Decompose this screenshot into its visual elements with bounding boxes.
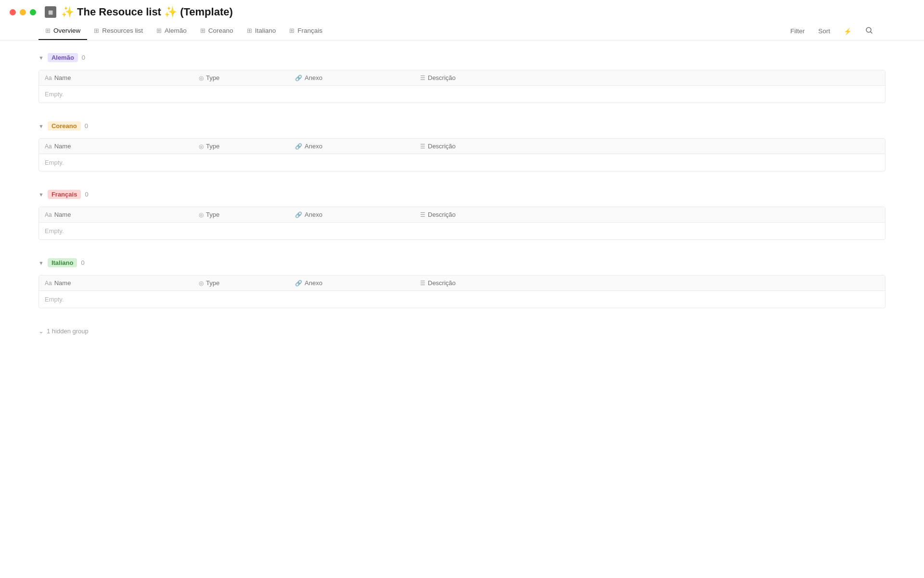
group-italiano-empty: Empty. [39, 291, 885, 308]
type-icon: ◎ [199, 75, 204, 81]
chevron-down-icon: ⌄ [38, 328, 44, 335]
minimize-button[interactable] [20, 9, 26, 15]
type-icon-3: ◎ [199, 211, 204, 218]
close-button[interactable] [10, 9, 16, 15]
group-coreano-badge[interactable]: Coreano [48, 121, 81, 131]
group-alemao-table: Aa Name ◎ Type 🔗 Anexo ☰ Descrição Empty… [38, 70, 886, 103]
group-frances: ▼ Français 0 Aa Name ◎ Type 🔗 Anexo ☰ [38, 187, 886, 240]
col-anexo-label-3: Anexo [305, 211, 322, 218]
page-title: ✨ The Resouce list ✨ (Template) [61, 6, 233, 18]
group-italiano-badge[interactable]: Italiano [48, 258, 77, 267]
group-italiano-header-row: Aa Name ◎ Type 🔗 Anexo ☰ Descrição [39, 276, 885, 291]
col-name-label-2: Name [54, 143, 71, 150]
tab-alemao[interactable]: ⊞ Alemão [150, 22, 193, 40]
group-coreano-toggle[interactable]: ▼ [38, 123, 44, 129]
tab-frances[interactable]: ⊞ Français [282, 22, 329, 40]
table-icon-6: ⊞ [289, 27, 295, 34]
group-coreano: ▼ Coreano 0 Aa Name ◎ Type 🔗 Anexo ☰ [38, 118, 886, 171]
col-name-label: Name [54, 74, 71, 81]
col-anexo-label: Anexo [305, 74, 322, 81]
traffic-lights [10, 9, 36, 15]
group-frances-toggle[interactable]: ▼ [38, 192, 44, 197]
table-icon: ⊞ [45, 27, 51, 34]
group-alemao-badge[interactable]: Alemão [48, 53, 78, 62]
table-icon-4: ⊞ [200, 27, 205, 34]
col-descricao-label-4: Descrição [428, 279, 456, 287]
col-anexo-alemao: 🔗 Anexo [295, 74, 420, 81]
group-coreano-count: 0 [85, 122, 88, 130]
col-anexo-label-4: Anexo [305, 279, 322, 287]
tab-coreano-label: Coreano [208, 27, 233, 34]
tab-overview[interactable]: ⊞ Overview [38, 22, 87, 40]
table-icon-2: ⊞ [94, 27, 99, 34]
toolbar-right: Filter Sort ⚡ [787, 25, 886, 38]
col-descricao-alemao: ☰ Descrição [420, 74, 879, 81]
col-anexo-label-2: Anexo [305, 143, 322, 150]
group-alemao-count: 0 [82, 54, 85, 61]
col-type-frances: ◎ Type [199, 211, 295, 218]
group-alemao-header: ▼ Alemão 0 [38, 50, 886, 65]
tab-overview-label: Overview [53, 27, 80, 34]
aa-icon: Aa [45, 75, 52, 81]
search-button[interactable] [862, 25, 876, 38]
group-italiano: ▼ Italiano 0 Aa Name ◎ Type 🔗 Anexo ☰ [38, 255, 886, 308]
anexo-icon-2: 🔗 [295, 143, 302, 150]
col-name-label-3: Name [54, 211, 71, 218]
page-icon: ▦ [45, 6, 56, 18]
col-descricao-coreano: ☰ Descrição [420, 143, 879, 150]
tab-frances-label: Français [297, 27, 322, 34]
col-name-italiano: Aa Name [45, 279, 199, 287]
group-italiano-table: Aa Name ◎ Type 🔗 Anexo ☰ Descrição Empty… [38, 275, 886, 308]
group-italiano-header: ▼ Italiano 0 [38, 255, 886, 270]
tab-resources-list[interactable]: ⊞ Resources list [87, 22, 150, 40]
titlebar: ▦ ✨ The Resouce list ✨ (Template) [0, 0, 924, 22]
group-frances-badge[interactable]: Français [48, 190, 81, 199]
group-italiano-toggle[interactable]: ▼ [38, 260, 44, 266]
group-coreano-empty: Empty. [39, 154, 885, 171]
main-content: ▼ Alemão 0 Aa Name ◎ Type 🔗 Anexo ☰ [0, 40, 924, 348]
hidden-group[interactable]: ⌄ 1 hidden group [38, 324, 886, 339]
tab-coreano[interactable]: ⊞ Coreano [193, 22, 240, 40]
bolt-icon[interactable]: ⚡ [841, 26, 855, 37]
col-name-label-4: Name [54, 279, 71, 287]
group-coreano-table: Aa Name ◎ Type 🔗 Anexo ☰ Descrição Empty… [38, 138, 886, 171]
group-alemao-toggle[interactable]: ▼ [38, 55, 44, 61]
col-descricao-label: Descrição [428, 74, 456, 81]
col-anexo-frances: 🔗 Anexo [295, 211, 420, 218]
col-descricao-italiano: ☰ Descrição [420, 279, 879, 287]
tab-italiano-label: Italiano [255, 27, 276, 34]
col-type-alemao: ◎ Type [199, 74, 295, 81]
col-type-italiano: ◎ Type [199, 279, 295, 287]
fullscreen-button[interactable] [30, 9, 36, 15]
tab-resources-list-label: Resources list [102, 27, 143, 34]
table-icon-3: ⊞ [156, 27, 162, 34]
col-descricao-label-3: Descrição [428, 211, 456, 218]
nav-tabs: ⊞ Overview ⊞ Resources list ⊞ Alemão ⊞ C… [0, 22, 924, 40]
aa-icon-4: Aa [45, 280, 52, 287]
col-type-label-2: Type [206, 143, 219, 150]
group-frances-empty: Empty. [39, 223, 885, 239]
hidden-group-text: 1 hidden group [47, 328, 89, 335]
svg-line-1 [871, 32, 872, 33]
descricao-icon-4: ☰ [420, 280, 425, 287]
aa-icon-2: Aa [45, 143, 52, 150]
table-icon-5: ⊞ [247, 27, 252, 34]
type-icon-2: ◎ [199, 143, 204, 150]
tab-alemao-label: Alemão [165, 27, 187, 34]
filter-button[interactable]: Filter [787, 26, 808, 37]
col-type-coreano: ◎ Type [199, 143, 295, 150]
type-icon-4: ◎ [199, 280, 204, 287]
col-type-label: Type [206, 74, 219, 81]
descricao-icon: ☰ [420, 75, 425, 81]
col-name-frances: Aa Name [45, 211, 199, 218]
group-italiano-count: 0 [81, 259, 84, 266]
tab-italiano[interactable]: ⊞ Italiano [240, 22, 283, 40]
anexo-icon-4: 🔗 [295, 280, 302, 287]
col-anexo-coreano: 🔗 Anexo [295, 143, 420, 150]
col-descricao-label-2: Descrição [428, 143, 456, 150]
sort-button[interactable]: Sort [815, 26, 833, 37]
group-frances-header-row: Aa Name ◎ Type 🔗 Anexo ☰ Descrição [39, 207, 885, 223]
group-frances-header: ▼ Français 0 [38, 187, 886, 202]
col-type-label-4: Type [206, 279, 219, 287]
col-descricao-frances: ☰ Descrição [420, 211, 879, 218]
